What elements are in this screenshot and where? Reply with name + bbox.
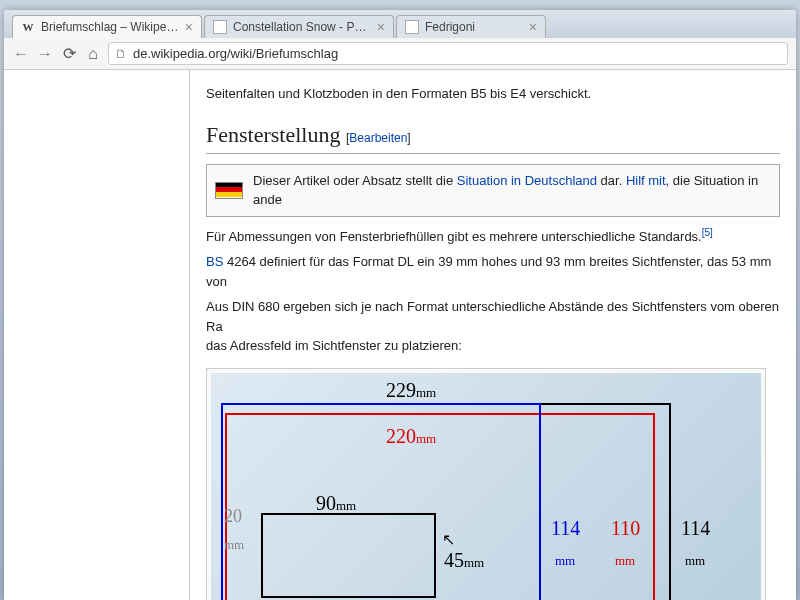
tab-bar: W Briefumschlag – Wikipedia × Constellat… [4, 10, 796, 38]
close-icon[interactable]: × [529, 20, 537, 34]
tab-title: Constellation Snow - Pape [233, 20, 371, 34]
envelope-diagram[interactable]: 229mm 220mm 90mm 45mm 20mm [211, 373, 761, 600]
window-rect [261, 513, 436, 598]
favicon-generic [213, 20, 227, 34]
paragraph: Aus DIN 680 ergeben sich je nach Format … [206, 297, 780, 356]
help-link[interactable]: Hilf mit [626, 173, 666, 188]
page-content: Seitenfalten und Klotzboden in den Forma… [4, 70, 796, 600]
url-text: de.wikipedia.org/wiki/Briefumschlag [133, 46, 338, 61]
bs-link[interactable]: BS [206, 254, 223, 269]
close-icon[interactable]: × [185, 20, 193, 34]
favicon-wikipedia: W [21, 20, 35, 34]
tab-title: Briefumschlag – Wikipedia [41, 20, 179, 34]
edit-link[interactable]: Bearbeiten [349, 131, 407, 145]
intro-fragment: Seitenfalten und Klotzboden in den Forma… [206, 84, 780, 104]
dim-229: 229mm [386, 375, 436, 405]
diagram-container: 229mm 220mm 90mm 45mm 20mm [206, 368, 766, 600]
country-notice: Dieser Artikel oder Absatz stellt die Si… [206, 164, 780, 217]
dim-114-blue: 114mm [551, 513, 580, 573]
back-button[interactable]: ← [12, 45, 30, 63]
tab-wikipedia[interactable]: W Briefumschlag – Wikipedia × [12, 15, 202, 38]
tab-title: Fedrigoni [425, 20, 523, 34]
notice-text: Dieser Artikel oder Absatz stellt die Si… [253, 171, 771, 210]
dim-110: 110mm [611, 513, 640, 573]
dim-114-black: 114mm [681, 513, 710, 573]
forward-button[interactable]: → [36, 45, 54, 63]
dim-20: 20mm [224, 503, 244, 557]
home-button[interactable]: ⌂ [84, 45, 102, 63]
article-body: Seitenfalten und Klotzboden in den Forma… [189, 70, 796, 600]
tab-constellation[interactable]: Constellation Snow - Pape × [204, 15, 394, 38]
tab-fedrigoni[interactable]: Fedrigoni × [396, 15, 546, 38]
mouse-cursor-icon: ↖ [442, 528, 455, 552]
section-title: Fensterstellung [206, 122, 340, 147]
browser-window: W Briefumschlag – Wikipedia × Constellat… [4, 10, 796, 600]
germany-flag-icon [215, 182, 243, 199]
reload-button[interactable]: ⟳ [60, 45, 78, 63]
left-gutter [4, 70, 189, 600]
address-bar[interactable]: 🗋 de.wikipedia.org/wiki/Briefumschlag [108, 42, 788, 65]
close-icon[interactable]: × [377, 20, 385, 34]
situation-link[interactable]: Situation in Deutschland [457, 173, 597, 188]
footnote-ref[interactable]: [5] [702, 227, 713, 238]
favicon-generic [405, 20, 419, 34]
dim-90: 90mm [316, 488, 356, 518]
paragraph: Für Abmessungen von Fensterbriefhüllen g… [206, 225, 780, 247]
section-heading: Fensterstellung [Bearbeiten] [206, 118, 780, 154]
page-icon: 🗋 [115, 47, 127, 61]
toolbar: ← → ⟳ ⌂ 🗋 de.wikipedia.org/wiki/Briefums… [4, 38, 796, 70]
paragraph: BS 4264 definiert für das Format DL ein … [206, 252, 780, 291]
